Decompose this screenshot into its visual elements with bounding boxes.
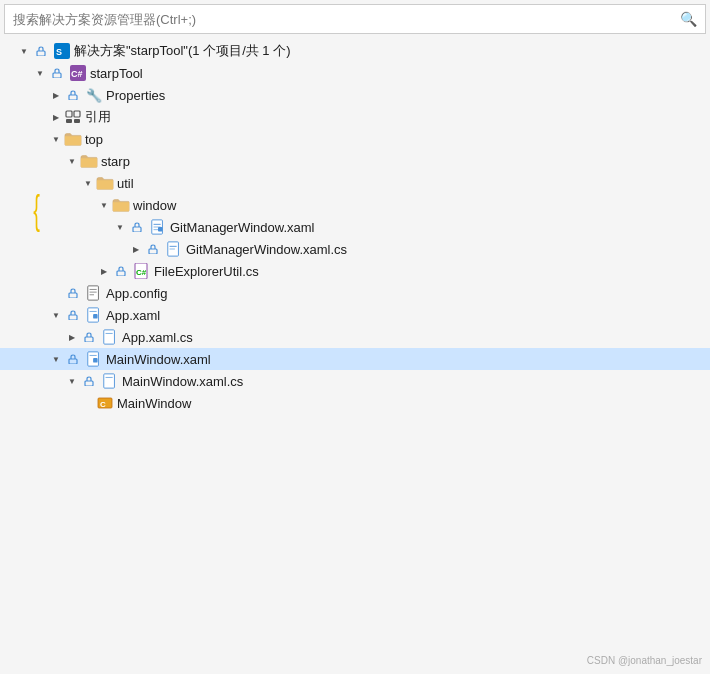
appxamlcs-item[interactable]: App.xaml.cs xyxy=(0,326,710,348)
project-item[interactable]: C# starpTool xyxy=(0,62,710,84)
svg-rect-7 xyxy=(66,111,72,117)
svg-rect-10 xyxy=(74,119,80,123)
search-bar[interactable]: 🔍 xyxy=(4,4,706,34)
gitmanager-xaml-arrow[interactable] xyxy=(112,219,128,235)
lock-appxamlcs-svg xyxy=(84,332,94,342)
appxamlcs-file-svg xyxy=(102,329,118,345)
appxamlcs-arrow[interactable] xyxy=(64,329,80,345)
wrench-icon: 🔧 xyxy=(85,86,103,104)
lock-appxaml-svg xyxy=(68,310,78,320)
lock-appxaml xyxy=(64,306,82,324)
solution-item[interactable]: S 解决方案"starpTool"(1 个项目/共 1 个) xyxy=(0,40,710,62)
top-folder-item[interactable]: top xyxy=(0,128,710,150)
svg-rect-34 xyxy=(104,330,115,344)
util-arrow[interactable] xyxy=(80,175,96,191)
lock-project xyxy=(48,64,66,82)
window-label: window xyxy=(133,198,176,213)
svg-rect-24 xyxy=(69,293,77,298)
appxaml-item[interactable]: App.xaml xyxy=(0,304,710,326)
util-folder-item[interactable]: util xyxy=(0,172,710,194)
mainwindow-class-icon: C xyxy=(96,394,114,412)
references-icon xyxy=(64,108,82,126)
lock-mainwindow-cs xyxy=(80,372,98,390)
lock-appconfig xyxy=(64,284,82,302)
mainwindow-xaml-label: MainWindow.xaml xyxy=(106,352,211,367)
starp-arrow[interactable] xyxy=(64,153,80,169)
svg-rect-8 xyxy=(74,111,80,117)
svg-rect-0 xyxy=(37,51,45,56)
appxaml-file-svg xyxy=(86,307,102,323)
appxaml-icon xyxy=(85,306,103,324)
window-arrow[interactable] xyxy=(96,197,112,213)
lock-mainwindow-cs-svg xyxy=(84,376,94,386)
folder-svg-starp xyxy=(80,152,98,170)
cs-file-icon-svg: C# xyxy=(134,263,150,279)
mainwindow-xaml-item[interactable]: MainWindow.xaml xyxy=(0,348,710,370)
lock-icon-props-svg xyxy=(68,90,78,100)
gitmanager-cs-arrow[interactable] xyxy=(128,241,144,257)
fileexplorer-arrow[interactable] xyxy=(96,263,112,279)
gitmanager-cs-item[interactable]: GitManagerWindow.xaml.cs xyxy=(0,238,710,260)
properties-item[interactable]: 🔧 Properties xyxy=(0,84,710,106)
starp-folder-item[interactable]: starp xyxy=(0,150,710,172)
appxaml-arrow[interactable] xyxy=(48,307,64,323)
mainwindow-class-item[interactable]: C MainWindow xyxy=(0,392,710,414)
starp-folder-icon xyxy=(80,152,98,170)
references-item[interactable]: 引用 xyxy=(0,106,710,128)
svg-rect-36 xyxy=(69,359,77,364)
mainwindow-xaml-icon xyxy=(85,350,103,368)
lock-icon-project-svg xyxy=(52,68,62,78)
util-label: util xyxy=(117,176,134,191)
svg-rect-16 xyxy=(158,227,162,231)
lock-gitmanager-cs xyxy=(144,240,162,258)
window-folder-item[interactable]: window xyxy=(0,194,710,216)
mainwindow-xaml-arrow[interactable] xyxy=(48,351,64,367)
lock-icon-svg xyxy=(36,46,46,56)
mainwindow-cs-item[interactable]: MainWindow.xaml.cs xyxy=(0,370,710,392)
lock-appxamlcs xyxy=(80,328,98,346)
svg-rect-29 xyxy=(69,315,77,320)
fileexplorer-item[interactable]: C# FileExplorerUtil.cs xyxy=(0,260,710,282)
svg-rect-25 xyxy=(88,286,99,300)
window-folder-icon xyxy=(112,196,130,214)
lock-fileexplorer xyxy=(112,262,130,280)
ref-icon-svg xyxy=(65,109,81,125)
top-folder-icon xyxy=(64,130,82,148)
svg-rect-9 xyxy=(66,119,72,123)
svg-text:C#: C# xyxy=(71,69,83,79)
gitmanager-xaml-item[interactable]: GitManagerWindow.xaml xyxy=(0,216,710,238)
lock-gitmanager-svg xyxy=(132,222,142,232)
class-icon-svg: C xyxy=(97,395,113,411)
project-label: starpTool xyxy=(90,66,143,81)
xamlcs-file-svg xyxy=(166,241,182,257)
solution-explorer: 🔍 { S 解决方案"starpTool"(1 个项目/共 1 个) xyxy=(0,0,710,674)
svg-text:C#: C# xyxy=(136,268,147,277)
gitmanager-cs-icon xyxy=(165,240,183,258)
search-icon[interactable]: 🔍 xyxy=(680,11,697,27)
search-input[interactable] xyxy=(13,12,680,27)
appxamlcs-icon xyxy=(101,328,119,346)
mainwindow-cs-arrow[interactable] xyxy=(64,373,80,389)
lock-mainwindow-xaml-svg xyxy=(68,354,78,364)
lock-solution xyxy=(32,42,50,60)
appxaml-label: App.xaml xyxy=(106,308,160,323)
expand-arrow[interactable] xyxy=(16,43,32,59)
properties-label: Properties xyxy=(106,88,165,103)
fileexplorer-cs-icon: C# xyxy=(133,262,151,280)
properties-arrow[interactable] xyxy=(48,87,64,103)
xaml-file-svg xyxy=(150,219,166,235)
tree-container[interactable]: S 解决方案"starpTool"(1 个项目/共 1 个) C# xyxy=(0,38,710,674)
folder-svg-top xyxy=(64,130,82,148)
appxamlcs-label: App.xaml.cs xyxy=(122,330,193,345)
lock-gitmanager-cs-svg xyxy=(148,244,158,254)
appconfig-item[interactable]: App.config xyxy=(0,282,710,304)
solution-label: 解决方案"starpTool"(1 个项目/共 1 个) xyxy=(74,42,291,60)
references-arrow[interactable] xyxy=(48,109,64,125)
lock-properties xyxy=(64,86,82,104)
util-folder-icon xyxy=(96,174,114,192)
top-arrow[interactable] xyxy=(48,131,64,147)
svg-rect-40 xyxy=(85,381,93,386)
mainwindow-cs-label: MainWindow.xaml.cs xyxy=(122,374,243,389)
svg-rect-3 xyxy=(53,73,61,78)
project-expand-arrow[interactable] xyxy=(32,65,48,81)
